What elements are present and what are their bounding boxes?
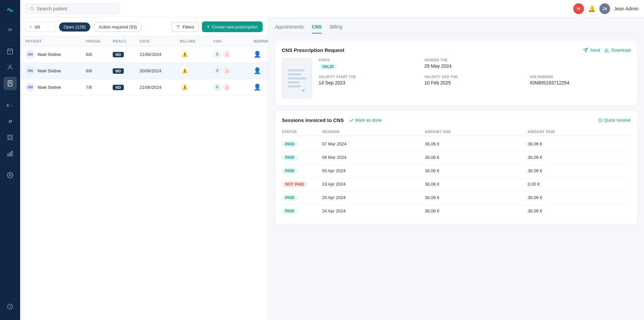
sidebar-settings[interactable]: [3, 169, 17, 182]
session-date: 24 Apr 2024: [322, 208, 425, 213]
session-date: 19 Apr 2024: [322, 182, 425, 187]
tab-action-required[interactable]: Action required (53): [94, 22, 142, 32]
sended-label: SENDED THE: [424, 58, 525, 62]
quick-resolve-button[interactable]: Quick resolve: [598, 118, 631, 123]
progress: 7/8: [86, 85, 113, 90]
kin-group: KIN NUMBER KIN905193712254: [530, 75, 631, 85]
notification-bell[interactable]: 🔔: [588, 5, 595, 12]
prescription-preview: ✓: [282, 58, 312, 99]
progress: 6/8: [86, 52, 113, 57]
session-status: PAID: [282, 141, 322, 147]
status-badge: PAID: [282, 195, 298, 201]
patient-cell: SN Noel Sixtine: [25, 82, 86, 92]
content-area: Open (129) Action required (53) Filters …: [20, 17, 644, 320]
col-session: SESSION: [322, 130, 425, 134]
tab-appointments[interactable]: Appointments: [275, 24, 304, 34]
sidebar-expand[interactable]: ≫: [3, 23, 17, 36]
logo: [4, 4, 16, 17]
validity-start-label: VALIDITY START THE: [319, 75, 419, 79]
col-progr: PROGR.: [86, 39, 113, 43]
session-amount-ask: 36,06 €: [425, 195, 528, 200]
session-status: PAID: [282, 194, 322, 201]
cns-euro-icon: €: [213, 67, 221, 75]
billing-warning-icon: ⚠️: [180, 50, 189, 59]
tab-cns[interactable]: CNS: [312, 24, 322, 34]
table-row[interactable]: SN Noel Sixtine 6/8 MD 21/06/2024 ⚠️ € △…: [20, 46, 268, 63]
mark-done-button[interactable]: Mark as done: [349, 118, 382, 123]
sessions-title: Sessions invoiced to CNS: [282, 117, 344, 123]
date: 21/06/2024: [140, 85, 180, 90]
date: 20/06/2024: [140, 68, 180, 73]
session-date: 08 Mar 2024: [322, 155, 425, 160]
valid-check-icon: ✓: [299, 85, 308, 95]
create-plus-icon: +: [207, 24, 210, 30]
sidebar-user[interactable]: [3, 61, 17, 74]
tab-open[interactable]: Open (129): [59, 22, 91, 31]
patient-search-box[interactable]: [25, 22, 56, 32]
cns-warn-icon: △: [223, 83, 231, 91]
session-rows-container: PAID 07 Mar 2024 36,06 € 36,06 € PAID 08…: [282, 137, 631, 218]
global-search-box[interactable]: [25, 4, 119, 14]
session-date: 20 Apr 2024: [322, 195, 425, 200]
col-billing: BILLING: [180, 39, 213, 43]
session-status: PAID: [282, 154, 322, 161]
patient-name: Noel Sixtine: [38, 52, 61, 57]
sidebar-timer[interactable]: [3, 300, 17, 313]
state-badge: VALID: [319, 64, 337, 70]
session-row: NOT PAID 19 Apr 2024 36,06 € 0,00 €: [282, 178, 631, 191]
sidebar-prescription[interactable]: [3, 77, 17, 90]
col-cns: CNS: [213, 39, 254, 43]
session-row: PAID 05 Apr 2024 36,06 € 36,06 €: [282, 164, 631, 178]
kin-label: KIN NUMBER: [530, 75, 631, 79]
card-header: CNS Prescription Request Send: [282, 47, 631, 53]
session-status: PAID: [282, 208, 322, 214]
session-amount-paid: 0,00 €: [528, 182, 631, 187]
session-row: PAID 07 Mar 2024 36,06 € 36,06 €: [282, 137, 631, 151]
tab-billing[interactable]: Billing: [330, 24, 342, 34]
status-badge: PAID: [282, 154, 298, 161]
preview-line: [288, 73, 301, 75]
session-amount-ask: 36,06 €: [425, 141, 528, 146]
status-badge: PAID: [282, 168, 298, 174]
sessions-header: Sessions invoiced to CNS Mark as done Qu…: [282, 117, 631, 123]
sidebar-puzzle[interactable]: [3, 131, 17, 144]
patient-search-input[interactable]: [35, 24, 52, 29]
table-row[interactable]: SN Noel Sixtine 7/8 MD 21/06/2024 ⚠️ € △…: [20, 79, 268, 95]
download-button[interactable]: Download: [604, 48, 631, 53]
sidebar-analytics[interactable]: [3, 147, 17, 160]
patient-cell: SN Noel Sixtine: [25, 50, 86, 59]
cns-warn-icon: △: [223, 50, 231, 58]
validity-end-value: 10 Feb 2025: [424, 80, 525, 85]
session-row: PAID 24 Apr 2024 36,06 € 36,06 €: [282, 204, 631, 218]
session-row: PAID 08 Mar 2024 36,06 € 36,06 €: [282, 151, 631, 164]
practitioner-badge: MD: [113, 52, 124, 57]
send-icon: [583, 48, 588, 53]
patient-name: Noel Sixtine: [38, 68, 61, 73]
patient-search-icon: [29, 25, 33, 29]
svg-rect-12: [9, 153, 10, 156]
cns-prescription-card: CNS Prescription Request Send: [275, 41, 637, 105]
user-name: Jean Admin: [614, 6, 639, 11]
create-prescription-button[interactable]: + Create new prescription: [202, 21, 263, 32]
session-amount-ask: 36,06 €: [425, 168, 528, 173]
session-amount-ask: 36,06 €: [425, 182, 528, 187]
table-header: PATIENT PROGR. PRACT. DATE BILLING CNS W…: [20, 37, 268, 46]
sidebar-money-in[interactable]: €←: [3, 99, 17, 112]
sidebar-divider-2: [5, 94, 15, 94]
right-panel-tabs: Appointments CNS Billing: [275, 24, 637, 34]
send-button[interactable]: Send: [583, 48, 600, 53]
table-row[interactable]: SN Noel Sixtine 6/8 MD 20/06/2024 ⚠️ € △…: [20, 63, 268, 79]
billing-warning-icon: ⚠️: [180, 66, 189, 75]
patient-initials: SN: [25, 50, 35, 59]
sidebar-calendar[interactable]: [3, 45, 17, 58]
user-avatar-h: H: [573, 3, 584, 14]
session-amount-paid: 36,06 €: [528, 208, 631, 213]
status-badge: PAID: [282, 208, 298, 214]
sidebar-transfer[interactable]: ⇄: [3, 115, 17, 128]
global-search-input[interactable]: [37, 6, 115, 11]
svg-point-18: [30, 25, 32, 28]
filter-button[interactable]: Filters: [171, 22, 199, 32]
state-label: STATE: [319, 58, 419, 62]
left-panel: Open (129) Action required (53) Filters …: [20, 17, 268, 320]
svg-rect-11: [8, 154, 9, 156]
